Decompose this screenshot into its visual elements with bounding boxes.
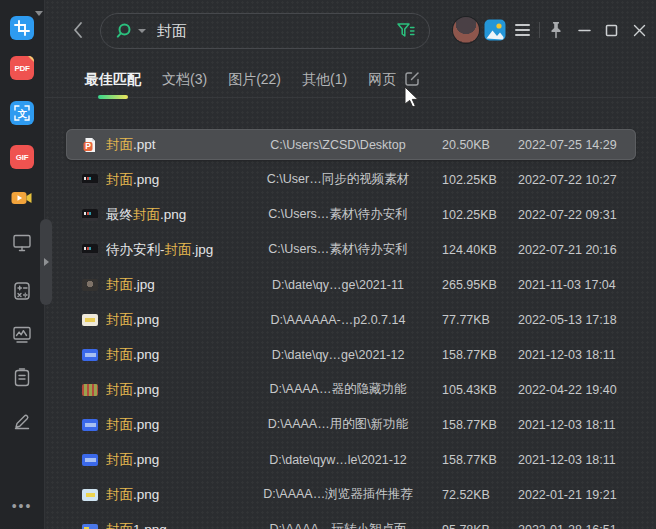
- result-row[interactable]: 封面.jpg D:\date\qy…ge\2021-11 265.95KB 20…: [66, 269, 636, 300]
- gif-icon: GIF: [10, 145, 34, 169]
- file-size: 72.52KB: [436, 488, 518, 502]
- file-thumbnail-icon: [82, 244, 98, 256]
- file-date: 2022-04-22 19:40: [518, 383, 636, 397]
- filter-button[interactable]: [396, 22, 416, 40]
- sidebar-tool-calculator[interactable]: [9, 278, 35, 304]
- close-button[interactable]: [630, 21, 648, 39]
- monitor-icon: [11, 231, 33, 253]
- result-row[interactable]: 最终封面.png C:\Users…素材\待办安利 102.25KB 2022-…: [66, 199, 636, 230]
- result-row[interactable]: 封面.png D:\AAAAAA-…p2.0.7.14 77.77KB 2022…: [66, 304, 636, 335]
- file-size: 265.95KB: [436, 278, 518, 292]
- result-tab[interactable]: 图片(22): [228, 71, 281, 89]
- file-size: 20.50KB: [436, 138, 518, 152]
- result-row[interactable]: P 封面.ppt C:\Users\ZCSD\Desktop 20.50KB 2…: [66, 129, 636, 160]
- result-row[interactable]: 待办安利-封面.jpg C:\Users…素材\待办安利 124.40KB 20…: [66, 234, 636, 265]
- file-path: C:\Users…素材\待办安利: [240, 206, 436, 223]
- screenshot-dropdown-caret[interactable]: [35, 11, 43, 16]
- pdf-label: PDF: [14, 64, 29, 73]
- result-tab[interactable]: 文档(3): [162, 71, 207, 89]
- sidebar-tool-pdf[interactable]: PDF: [9, 55, 35, 81]
- chevron-right-icon: [44, 258, 49, 266]
- file-path: C:\User…同步的视频素材: [240, 171, 436, 188]
- feedback-edit-button[interactable]: [403, 70, 421, 88]
- screenshot-crop-icon: [10, 16, 34, 40]
- user-avatar[interactable]: [453, 17, 479, 43]
- file-thumbnail-icon: [82, 384, 98, 396]
- file-date: 2022-07-25 14:29: [518, 138, 636, 152]
- file-path: D:\AAAAAA-…p2.0.7.14: [240, 313, 436, 327]
- clipboard-icon: [11, 366, 33, 388]
- sidebar-tool-pencil[interactable]: [9, 407, 35, 433]
- titlebar-separator: [539, 22, 540, 38]
- file-size: 158.77KB: [436, 418, 518, 432]
- minimize-button[interactable]: [575, 21, 593, 39]
- app-window: PDF 文 GIF: [0, 0, 656, 529]
- file-path: D:\AAAA…玩转小智桌面: [240, 521, 436, 529]
- sidebar-tool-monitor[interactable]: [9, 229, 35, 255]
- file-date: 2021-12-03 18:11: [518, 418, 636, 432]
- file-thumbnail-icon: [82, 314, 98, 326]
- sidebar-more-button[interactable]: •••: [0, 498, 44, 514]
- file-name: 封面.png: [106, 171, 240, 189]
- menu-button[interactable]: [515, 24, 530, 39]
- minimize-icon: [578, 24, 591, 37]
- edit-compose-icon: [403, 70, 421, 88]
- sidebar-tool-image-viewer[interactable]: [9, 321, 35, 347]
- file-date: 2022-07-22 10:27: [518, 173, 636, 187]
- pencil-icon: [11, 409, 33, 431]
- file-path: D:\date\qy…ge\2021-11: [240, 278, 436, 292]
- search-input[interactable]: [155, 22, 396, 41]
- back-button[interactable]: [68, 20, 88, 40]
- file-size: 102.25KB: [436, 208, 518, 222]
- file-name: 封面.ppt: [106, 136, 240, 154]
- pushpin-icon: [547, 20, 565, 40]
- file-path: D:\AAAA…浏览器插件推荐: [240, 486, 436, 503]
- file-thumbnail-icon: P: [82, 137, 98, 153]
- file-thumbnail-icon: [82, 489, 98, 501]
- sidebar-tool-screenshot[interactable]: [9, 15, 35, 41]
- file-thumbnail-icon: [82, 524, 98, 529]
- sidebar-tool-gif[interactable]: GIF: [9, 144, 35, 170]
- file-size: 124.40KB: [436, 243, 518, 257]
- search-bar: [100, 13, 430, 49]
- result-tab[interactable]: 其他(1): [302, 71, 347, 89]
- pdf-icon: PDF: [10, 56, 34, 80]
- close-icon: [633, 24, 646, 37]
- file-path: D:\date\qyw…le\2021-12: [240, 453, 436, 467]
- wallpaper-tool-button[interactable]: [484, 19, 506, 41]
- maximize-button[interactable]: [602, 21, 620, 39]
- file-name: 封面.png: [106, 311, 240, 329]
- file-thumbnail-icon: [82, 209, 98, 221]
- sidebar-tool-clipboard[interactable]: [9, 364, 35, 390]
- chevron-left-icon: [72, 21, 84, 39]
- file-thumbnail-icon: [82, 174, 98, 186]
- file-date: 2021-11-03 17:04: [518, 278, 636, 292]
- result-row[interactable]: 封面.png D:\AAAA…用的图\新功能 158.77KB 2021-12-…: [66, 409, 636, 440]
- result-row[interactable]: 封面.png D:\date\qy…ge\2021-12 158.77KB 20…: [66, 339, 636, 370]
- file-date: 2022-01-28 16:51: [518, 523, 636, 529]
- pin-button[interactable]: [547, 20, 565, 40]
- search-scope-caret[interactable]: [138, 29, 146, 33]
- result-tab[interactable]: 网页: [368, 71, 396, 89]
- file-thumbnail-icon: [82, 279, 98, 291]
- file-path: D:\AAAA…用的图\新功能: [240, 416, 436, 433]
- sidebar-tool-translate[interactable]: 文: [9, 100, 35, 126]
- file-thumbnail-icon: [82, 454, 98, 466]
- result-row[interactable]: 封面.png D:\AAAA…器的隐藏功能 105.43KB 2022-04-2…: [66, 374, 636, 405]
- file-date: 2022-05-13 17:18: [518, 313, 636, 327]
- result-row[interactable]: 封面1.png D:\AAAA…玩转小智桌面 95.78KB 2022-01-2…: [66, 514, 636, 529]
- image-curve-icon: [11, 323, 33, 345]
- result-row[interactable]: 封面.png D:\date\qyw…le\2021-12 158.77KB 2…: [66, 444, 636, 475]
- sidebar-tool-video[interactable]: [9, 185, 35, 211]
- menu-icon: [515, 24, 530, 26]
- search-icon[interactable]: [114, 21, 134, 41]
- file-name: 待办安利-封面.jpg: [106, 241, 240, 259]
- sidebar-expand-handle[interactable]: [40, 219, 52, 305]
- gif-label: GIF: [16, 153, 28, 162]
- result-tab[interactable]: 最佳匹配: [85, 71, 141, 89]
- mouse-cursor: [404, 86, 421, 110]
- result-row[interactable]: 封面.png C:\User…同步的视频素材 102.25KB 2022-07-…: [66, 164, 636, 195]
- file-date: 2022-07-22 09:31: [518, 208, 636, 222]
- result-row[interactable]: 封面.png D:\AAAA…浏览器插件推荐 72.52KB 2022-01-2…: [66, 479, 636, 510]
- file-date: 2021-12-03 18:11: [518, 348, 636, 362]
